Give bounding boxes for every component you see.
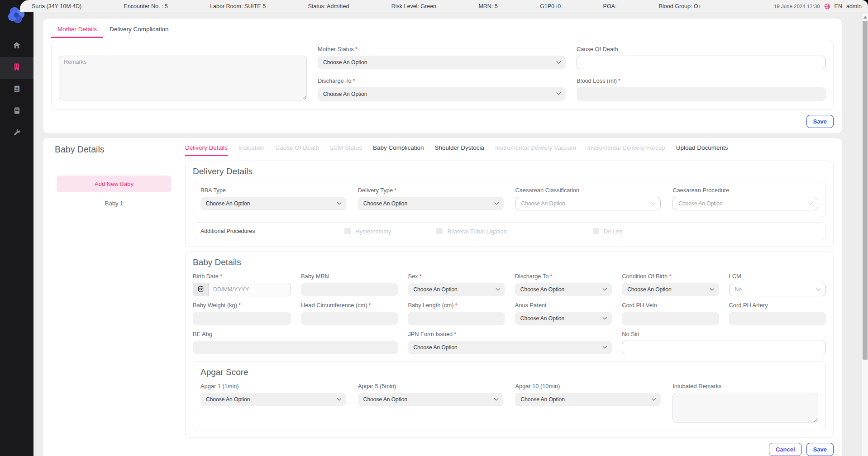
baby-save-button[interactable]: Save (806, 443, 834, 456)
be-abg-input[interactable] (193, 341, 398, 354)
sex-field-wrap: Sex* Choose An Option (408, 273, 505, 296)
checkbox-icon (593, 228, 599, 234)
delivery-type-select[interactable]: Choose An Option (358, 197, 504, 210)
apgar5-label: Apgar 5 (5min) (358, 383, 504, 390)
head-circumference-input[interactable] (301, 312, 398, 325)
delivery-type-label: Delivery Type* (358, 187, 504, 194)
sex-select[interactable]: Choose An Option (408, 283, 505, 296)
blood-loss-label: Blood Loss (ml)* (577, 77, 826, 84)
apgar10-select[interactable]: Choose An Option (515, 393, 661, 406)
mother-status-select[interactable]: Choose An Option (318, 56, 566, 69)
scroll-up-icon[interactable] (863, 16, 867, 19)
tab-mother-details[interactable]: Mother Details (51, 22, 103, 38)
baby-length-field-wrap: Baby Length (cm)* (408, 302, 505, 325)
head-circumference-field-wrap: Head Circumference (cm)* (301, 302, 398, 325)
blood-loss-input[interactable] (577, 87, 826, 101)
sidebar-item-labor-ward[interactable] (0, 57, 33, 79)
sidebar-item-home[interactable] (0, 35, 33, 57)
sidebar-item-records[interactable] (0, 100, 33, 122)
chevron-down-icon (809, 200, 813, 204)
tab-lcm-status: LCM Status (330, 143, 362, 156)
anus-patent-label: Anus Patent (515, 302, 612, 309)
apgar5-select[interactable]: Choose An Option (358, 393, 504, 406)
condition-of-birth-select[interactable]: Choose An Option (622, 283, 719, 296)
chevron-down-icon (710, 286, 714, 290)
baby-mrn-input[interactable] (301, 283, 398, 296)
be-abg-label: BE Abg (193, 331, 398, 337)
sex-label: Sex* (408, 273, 505, 280)
sidebar-item-register[interactable] (0, 79, 33, 100)
apgar1-field-wrap: Apgar 1 (1min) Choose An Option (200, 383, 346, 424)
baby-cancel-button[interactable]: Cancel (769, 443, 802, 456)
blood-group: Blood Group: O+ (659, 3, 701, 10)
user-label[interactable]: admin (846, 3, 862, 10)
chevron-down-icon (603, 286, 607, 290)
required-marker: * (550, 273, 552, 280)
intubated-remarks-textarea[interactable] (672, 393, 818, 423)
baby-discharge-to-select[interactable]: Choose An Option (515, 283, 612, 296)
head-circumference-label: Head Circumference (cm)* (301, 302, 398, 309)
language-label[interactable]: EN (835, 3, 842, 10)
required-marker: * (369, 302, 371, 309)
blood-loss-field-wrap: Blood Loss (ml)* (577, 77, 826, 103)
chevron-down-icon (603, 315, 607, 319)
remarks-field-wrap (59, 46, 307, 102)
caesarean-classification-label: Caesarean Classification (515, 187, 661, 194)
poa: POA: (603, 3, 617, 10)
anus-patent-select[interactable]: Choose An Option (515, 312, 612, 325)
baby-list-item[interactable]: Baby 1 (51, 200, 177, 207)
tab-baby-complication[interactable]: Baby Complication (373, 143, 424, 156)
intubated-remarks-label: Intubated Remarks (672, 383, 818, 390)
birth-date-field (193, 283, 291, 296)
de-lee-checkbox-item: De Lee (593, 228, 623, 235)
required-marker: * (353, 77, 355, 84)
no-siri-input[interactable] (622, 341, 826, 354)
baby-length-input[interactable] (408, 312, 505, 325)
cord-ph-artery-input[interactable] (729, 312, 826, 325)
calendar-button[interactable] (193, 283, 209, 296)
tab-delivery-complication[interactable]: Delivery Complication (103, 22, 175, 38)
chevron-down-icon (816, 286, 821, 290)
apgar-score-title: Apgar Score (200, 367, 818, 377)
cord-ph-vein-field-wrap: Cord PH Vein (622, 302, 719, 325)
tab-cause-of-death: Cause Of Death (276, 143, 320, 156)
hospital-building-icon (12, 62, 21, 73)
apgar1-select[interactable]: Choose An Option (200, 393, 346, 406)
add-new-baby-button[interactable]: Add New Baby (57, 176, 172, 192)
baby-section-title: Baby Details (55, 144, 177, 155)
chevron-down-icon (557, 59, 561, 63)
delivery-type-field-wrap: Delivery Type* Choose An Option (358, 187, 504, 210)
cord-ph-vein-input[interactable] (622, 312, 719, 325)
scrollbar-thumb[interactable] (863, 21, 868, 360)
chevron-down-icon (494, 396, 499, 400)
additional-procedures-box: Additional Procedures Hysterectomy Bilat… (193, 222, 826, 240)
baby-actions: Cancel Save (185, 443, 834, 456)
sidebar-item-settings[interactable] (0, 122, 33, 144)
sidebar (0, 0, 33, 456)
baby-weight-input[interactable] (193, 312, 291, 325)
additional-procedures-label: Additional Procedures (200, 228, 305, 234)
discharge-to-select[interactable]: Choose An Option (318, 87, 566, 101)
chevron-down-icon (337, 200, 341, 204)
language-globe-icon[interactable] (824, 3, 830, 10)
bba-type-label: BBA Type (200, 187, 346, 194)
tab-instrumental-delivery-vacuum: Instrumental Delivery Vacuum (495, 143, 576, 156)
tab-upload-documents[interactable]: Upload Documents (676, 143, 728, 156)
caesarean-classification-field-wrap: Caesarean Classification Choose An Optio… (515, 187, 661, 210)
birth-date-input[interactable] (209, 283, 291, 296)
jpn-form-issued-select[interactable]: Choose An Option (408, 341, 612, 354)
baby-weight-field-wrap: Baby Weight (kg)* (193, 302, 291, 325)
tab-delivery-details[interactable]: Delivery Details (185, 143, 228, 156)
remarks-textarea[interactable] (59, 56, 307, 100)
bba-type-select[interactable]: Choose An Option (200, 197, 346, 210)
mrn: MRN: 5 (478, 3, 497, 10)
anus-patent-field-wrap: Anus Patent Choose An Option (515, 302, 612, 325)
intubated-remarks-field-wrap: Intubated Remarks (672, 383, 818, 424)
tab-shoulder-dystocia[interactable]: Shoulder Dystocia (434, 143, 484, 156)
no-siri-field-wrap: No Siri (622, 331, 826, 354)
cause-of-death-input[interactable] (577, 56, 826, 69)
caesarean-procedure-label: Caesarean Procedure (672, 187, 818, 194)
vertical-scrollbar[interactable] (862, 14, 868, 456)
birth-date-field-wrap: Birth Date* (193, 273, 291, 296)
mother-save-button[interactable]: Save (806, 115, 834, 128)
